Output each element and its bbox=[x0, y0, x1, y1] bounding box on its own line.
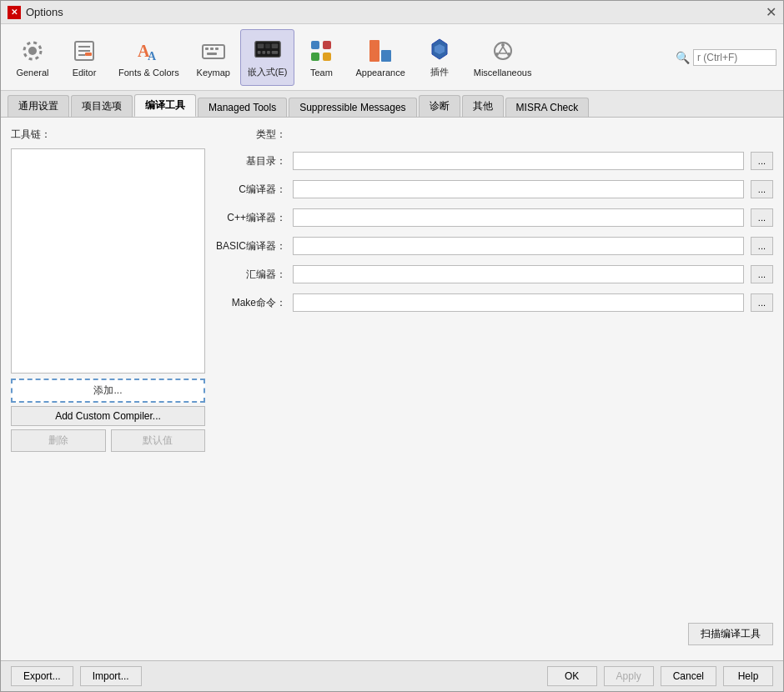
toolchain-list[interactable] bbox=[11, 148, 205, 374]
assembler-label: 汇编器： bbox=[215, 268, 286, 282]
tab-managed-tools[interactable]: Managed Tools bbox=[198, 98, 287, 117]
tab-diagnostics[interactable]: 诊断 bbox=[419, 95, 460, 117]
make-cmd-input[interactable] bbox=[293, 293, 744, 312]
svg-rect-26 bbox=[369, 40, 379, 62]
toolbar-label-misc: Miscellaneous bbox=[474, 68, 532, 78]
base-dir-label: 基目录： bbox=[215, 154, 286, 168]
options-window: ✕ Options ✕ General bbox=[0, 0, 784, 692]
svg-point-0 bbox=[28, 47, 37, 55]
base-dir-browse[interactable]: ... bbox=[751, 152, 773, 170]
c-compiler-row: C编译器： ... bbox=[215, 180, 773, 198]
footer: Export... Import... OK Apply Cancel Help bbox=[1, 660, 783, 691]
tab-suppressible-messages[interactable]: Suppressible Messages bbox=[289, 98, 416, 117]
svg-rect-23 bbox=[323, 41, 331, 49]
title-bar: ✕ Options ✕ bbox=[1, 1, 783, 24]
svg-rect-25 bbox=[323, 53, 331, 61]
help-button[interactable]: Help bbox=[723, 666, 773, 686]
toolbar-label-team: Team bbox=[310, 68, 333, 78]
delete-button[interactable]: 删除 bbox=[11, 429, 106, 452]
search-input[interactable] bbox=[693, 49, 776, 66]
toolbar: General Editor A A bbox=[1, 24, 783, 91]
appearance-icon bbox=[367, 38, 394, 64]
default-button[interactable]: 默认值 bbox=[111, 429, 206, 452]
assembler-row: 汇编器： ... bbox=[215, 265, 773, 283]
footer-right: OK Apply Cancel Help bbox=[547, 666, 773, 686]
toolbar-btn-editor[interactable]: Editor bbox=[59, 29, 109, 86]
c-compiler-label: C编译器： bbox=[215, 183, 286, 197]
main-panel: 工具链： 添加... Add Custom Compiler... 删除 默认值… bbox=[11, 128, 773, 611]
tab-compiler-tools[interactable]: 编译工具 bbox=[134, 94, 196, 117]
tab-other[interactable]: 其他 bbox=[462, 95, 504, 117]
cpp-compiler-row: C++编译器： ... bbox=[215, 208, 773, 227]
gear-icon bbox=[19, 38, 46, 64]
assembler-browse[interactable]: ... bbox=[751, 265, 773, 283]
toolbar-btn-general[interactable]: General bbox=[8, 29, 58, 86]
assembler-input[interactable] bbox=[293, 265, 744, 283]
fonts-icon: A A bbox=[135, 38, 162, 64]
close-button[interactable]: ✕ bbox=[766, 6, 776, 19]
svg-text:A: A bbox=[148, 50, 157, 63]
toolbar-label-keymap: Keymap bbox=[197, 68, 230, 78]
svg-rect-13 bbox=[207, 53, 217, 55]
keymap-icon bbox=[200, 38, 227, 64]
make-cmd-browse[interactable]: ... bbox=[751, 293, 773, 312]
make-cmd-row: Make命令： ... bbox=[215, 293, 773, 312]
svg-rect-21 bbox=[271, 51, 278, 54]
app-icon: ✕ bbox=[8, 6, 21, 19]
svg-rect-14 bbox=[255, 42, 280, 58]
svg-rect-18 bbox=[257, 51, 260, 54]
bottom-bar: 扫描编译工具 bbox=[11, 618, 773, 650]
svg-rect-27 bbox=[381, 50, 391, 62]
c-compiler-browse[interactable]: ... bbox=[751, 180, 773, 198]
toolbar-btn-team[interactable]: Team bbox=[296, 29, 346, 86]
cancel-button[interactable]: Cancel bbox=[661, 666, 716, 686]
right-panel: 类型： 基目录： ... C编译器： ... C++编译器： bbox=[215, 128, 773, 611]
toolbar-label-fonts: Fonts & Colors bbox=[118, 68, 179, 78]
make-cmd-label: Make命令： bbox=[215, 296, 286, 310]
tab-misra-check[interactable]: MISRA Check bbox=[505, 98, 590, 117]
search-icon: 🔍 bbox=[676, 51, 690, 64]
left-buttons: 添加... Add Custom Compiler... 删除 默认值 bbox=[11, 379, 205, 452]
svg-rect-6 bbox=[85, 53, 92, 56]
scan-compilers-button[interactable]: 扫描编译工具 bbox=[688, 623, 773, 645]
toolbar-btn-fonts-colors[interactable]: A A Fonts & Colors bbox=[111, 29, 187, 86]
basic-compiler-input[interactable] bbox=[293, 237, 744, 255]
tab-project-options[interactable]: 项目选项 bbox=[71, 95, 133, 117]
svg-rect-20 bbox=[267, 51, 270, 54]
toolbar-label-appearance: Appearance bbox=[355, 68, 405, 78]
base-dir-input[interactable] bbox=[293, 152, 744, 170]
svg-rect-12 bbox=[215, 48, 219, 50]
apply-button[interactable]: Apply bbox=[604, 666, 654, 686]
svg-rect-22 bbox=[311, 41, 319, 49]
ok-button[interactable]: OK bbox=[547, 666, 597, 686]
content-area: 工具链： 添加... Add Custom Compiler... 删除 默认值… bbox=[1, 118, 783, 660]
toolbar-btn-plugin[interactable]: 插件 bbox=[415, 29, 465, 86]
toolbar-search: 🔍 bbox=[676, 49, 776, 66]
c-compiler-input[interactable] bbox=[293, 180, 744, 198]
toolbar-btn-embedded[interactable]: 嵌入式(E) bbox=[240, 29, 295, 86]
toolbar-btn-misc[interactable]: Miscellaneous bbox=[466, 29, 540, 86]
svg-rect-17 bbox=[271, 43, 278, 48]
embedded-icon bbox=[254, 36, 281, 63]
toolbar-label-embedded: 嵌入式(E) bbox=[248, 66, 288, 78]
base-dir-row: 基目录： ... bbox=[215, 152, 773, 170]
toolbar-label-plugin: 插件 bbox=[430, 66, 449, 78]
add-custom-compiler-button[interactable]: Add Custom Compiler... bbox=[11, 406, 205, 426]
import-button[interactable]: Import... bbox=[80, 666, 142, 686]
tab-general-settings[interactable]: 通用设置 bbox=[8, 95, 69, 117]
cpp-compiler-input[interactable] bbox=[293, 208, 744, 227]
cpp-compiler-browse[interactable]: ... bbox=[751, 208, 773, 227]
cpp-compiler-label: C++编译器： bbox=[215, 211, 286, 225]
type-label: 类型： bbox=[215, 128, 286, 142]
footer-left: Export... Import... bbox=[11, 666, 142, 686]
tabs-bar: 通用设置 项目选项 编译工具 Managed Tools Suppressibl… bbox=[1, 91, 783, 118]
svg-rect-10 bbox=[205, 48, 209, 50]
toolbar-btn-appearance[interactable]: Appearance bbox=[348, 29, 412, 86]
basic-compiler-browse[interactable]: ... bbox=[751, 237, 773, 255]
export-button[interactable]: Export... bbox=[11, 666, 73, 686]
basic-compiler-row: BASIC编译器： ... bbox=[215, 237, 773, 255]
add-button[interactable]: 添加... bbox=[11, 379, 205, 403]
toolbar-btn-keymap[interactable]: Keymap bbox=[188, 29, 239, 86]
window-title: Options bbox=[26, 6, 63, 18]
editor-icon bbox=[71, 38, 98, 64]
